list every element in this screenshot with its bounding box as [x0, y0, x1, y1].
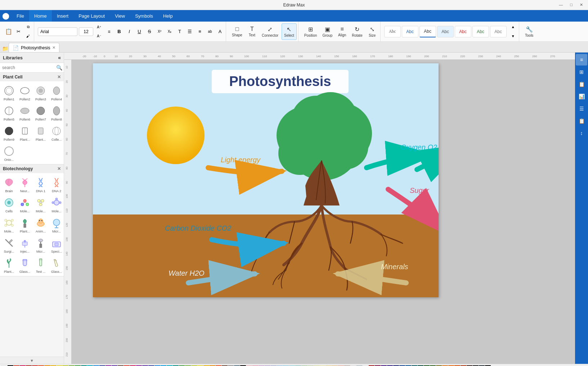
font-increase-button[interactable]: A⁺	[95, 23, 103, 31]
size-button[interactable]: ⤡ Size	[366, 23, 379, 40]
lib-item-colle[interactable]: Colle...	[49, 123, 64, 143]
styles-up-button[interactable]: ▲	[509, 23, 517, 31]
connector-tool-button[interactable]: ⤢ Connector	[260, 23, 280, 40]
menu-help[interactable]: Help	[158, 10, 178, 22]
font-size-input[interactable]	[79, 27, 93, 36]
search-input[interactable]	[2, 65, 56, 70]
lib-item-pollen7[interactable]: Pollen7	[33, 103, 48, 122]
libraries-collapse-icon[interactable]: «	[58, 55, 61, 60]
lib-item-neur[interactable]: Neur...	[17, 175, 32, 194]
right-panel-btn-1[interactable]: ≡	[576, 54, 587, 65]
font-ab-button[interactable]: ab	[206, 27, 214, 36]
lib-item-micr2[interactable]: Micr...	[33, 235, 48, 254]
lib-item-brain[interactable]: Brain	[1, 175, 17, 194]
position-button[interactable]: ⊞ Position	[302, 23, 319, 40]
right-panel-btn-4[interactable]: 📊	[576, 91, 587, 102]
biotechnology-header[interactable]: Biotechnology ✕	[0, 164, 64, 173]
canvas-container[interactable]: Photosynthesis	[71, 60, 575, 364]
lib-item-pollen6[interactable]: Pollen6	[17, 103, 32, 122]
lib-item-pollen9[interactable]: Pollen9	[1, 123, 17, 143]
lib-item-mole3[interactable]: Mole...	[49, 195, 64, 214]
panel-scroll-arrow[interactable]: ▼	[0, 357, 64, 364]
lib-item-mole1[interactable]: Mole...	[17, 195, 32, 214]
right-panel-btn-5[interactable]: ☰	[576, 103, 587, 114]
lib-item-pollen8[interactable]: Pollen8	[49, 103, 64, 122]
lib-item-micr[interactable]: Micr...	[49, 215, 64, 234]
tab-photosynthesis[interactable]: 📄 Photosynthesis ✕	[9, 43, 59, 52]
menu-home[interactable]: Home	[29, 10, 52, 22]
lib-item-dna1[interactable]: DNA 1	[33, 175, 48, 194]
lib-item-plant1[interactable]: Plant...	[17, 123, 32, 143]
lib-item-dna2[interactable]: DNA 2	[49, 175, 64, 194]
strikethrough-button[interactable]: S	[145, 27, 154, 36]
align-button[interactable]: ≡	[105, 27, 113, 36]
search-icon[interactable]: 🔍	[56, 65, 62, 71]
style-box-5[interactable]: Abc	[455, 26, 471, 37]
right-panel-btn-7[interactable]: ↕	[576, 127, 587, 139]
list-button[interactable]: ☰	[185, 27, 194, 36]
lib-item-anim[interactable]: Anim...	[33, 215, 48, 234]
font-decrease-button[interactable]: A⁻	[95, 32, 103, 40]
menu-view[interactable]: View	[110, 10, 130, 22]
style-box-2[interactable]: Abc	[402, 26, 418, 37]
diagram-canvas[interactable]: Photosynthesis	[93, 63, 439, 297]
lib-item-glass2[interactable]: Glass...	[49, 255, 64, 275]
minimize-button[interactable]: —	[557, 2, 565, 8]
bold-button[interactable]: B	[115, 27, 124, 36]
right-panel-btn-3[interactable]: 📋	[576, 78, 587, 90]
select-tool-button[interactable]: ↖ Select	[282, 23, 297, 40]
right-panel-btn-2[interactable]: ⊞	[576, 66, 587, 78]
close-button[interactable]: ✕	[578, 2, 585, 8]
style-box-1[interactable]: Abc	[384, 26, 401, 37]
align-arrange-button[interactable]: ≡ Align	[336, 23, 349, 40]
lib-item-plant2[interactable]: Plant...	[33, 123, 48, 143]
text-tool-button[interactable]: T Text	[246, 23, 259, 40]
tab-close-button[interactable]: ✕	[52, 45, 55, 50]
lib-item-speci[interactable]: Speci...	[49, 235, 64, 254]
font-name-input[interactable]	[38, 27, 77, 36]
plant-cell-close[interactable]: ✕	[57, 74, 61, 80]
lib-item-plant-bt[interactable]: Plant...	[17, 215, 32, 234]
lib-item-pollen2[interactable]: Pollen2	[17, 83, 32, 102]
tools-button[interactable]: 🔧 Tools	[523, 23, 536, 40]
biotechnology-close[interactable]: ✕	[57, 166, 61, 171]
rotate-button[interactable]: ↻ Rotate	[350, 23, 364, 40]
lib-item-pollen4[interactable]: Pollen4	[49, 83, 64, 102]
canvas-area[interactable]: -20 -10 0 10 20 30 40 50 60 70 80 90 100…	[64, 53, 575, 364]
lib-item-pollen3[interactable]: Pollen3	[33, 83, 48, 102]
menu-symbols[interactable]: Symbols	[130, 10, 158, 22]
lib-item-pollen1[interactable]: Pollen1	[1, 83, 17, 102]
bullet-button[interactable]: ≡	[196, 27, 204, 36]
paste-button[interactable]: 📋	[4, 27, 13, 36]
lib-item-cells[interactable]: Cells	[1, 195, 17, 214]
style-box-6[interactable]: Abc	[472, 26, 489, 37]
style-box-4[interactable]: Abc	[437, 26, 454, 37]
italic-button[interactable]: I	[125, 27, 134, 36]
lib-item-surgi[interactable]: Surgi...	[1, 235, 17, 254]
cut-button[interactable]: ✂	[14, 27, 23, 36]
maximize-button[interactable]: □	[568, 2, 575, 8]
subscript-button[interactable]: X₂	[165, 27, 174, 36]
plant-cell-header[interactable]: Plant Cell ✕	[0, 73, 64, 81]
group-button[interactable]: ▣ Group	[320, 23, 335, 40]
underline-button[interactable]: U	[135, 27, 144, 36]
format-painter-button[interactable]: 🖌	[24, 32, 32, 41]
lib-item-pollen5[interactable]: Pollen5	[1, 103, 17, 122]
menu-page-layout[interactable]: Page Layout	[73, 10, 110, 22]
lib-item-plant3[interactable]: Plant...	[1, 255, 17, 275]
font-color-button[interactable]: T	[175, 27, 184, 36]
style-box-7[interactable]: Abc	[490, 26, 507, 37]
lib-item-mole2[interactable]: Mole...	[33, 195, 48, 214]
styles-down-button[interactable]: ▼	[509, 32, 517, 41]
lib-item-test[interactable]: Test ...	[33, 255, 48, 275]
highlight-button[interactable]: A	[216, 27, 224, 36]
menu-file[interactable]: File	[12, 10, 29, 22]
lib-item-onio[interactable]: Onio...	[1, 143, 17, 163]
shape-tool-button[interactable]: □ Shape	[230, 23, 244, 40]
menu-insert[interactable]: Insert	[52, 10, 74, 22]
right-panel-btn-6[interactable]: 📋	[576, 115, 587, 127]
style-box-3[interactable]: Abc	[419, 26, 436, 37]
lib-item-injec[interactable]: Injec...	[17, 235, 32, 254]
lib-item-glass1[interactable]: Glass...	[17, 255, 32, 275]
lib-item-mole4[interactable]: Mole...	[1, 215, 17, 234]
